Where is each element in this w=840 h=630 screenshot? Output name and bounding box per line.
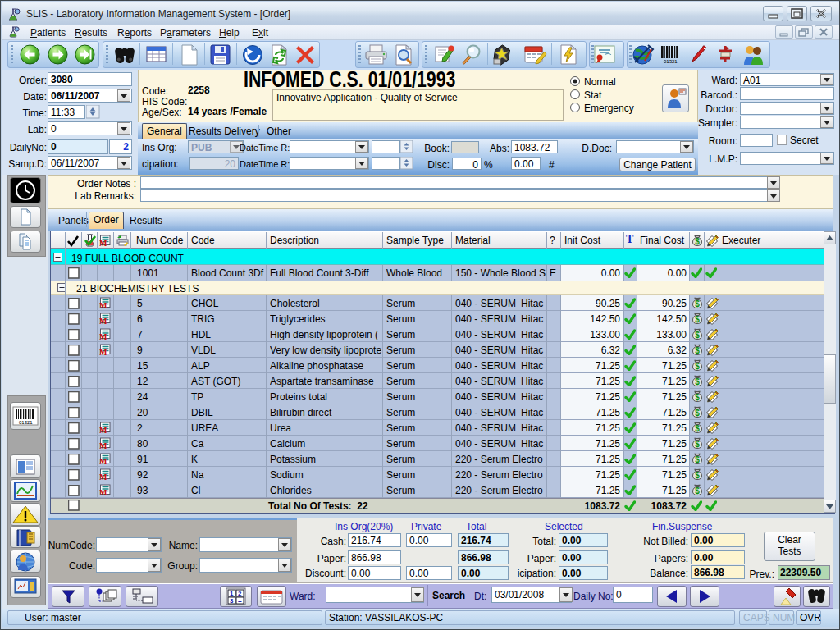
- svg-text:$: $: [695, 409, 700, 418]
- svg-text:M: M: [99, 239, 107, 247]
- svg-text:1: 1: [230, 590, 234, 597]
- svg-text:M: M: [99, 332, 107, 340]
- svg-text:$: $: [695, 237, 700, 246]
- svg-text:M: M: [99, 472, 107, 481]
- svg-text:$: $: [695, 440, 700, 449]
- svg-text:M: M: [99, 301, 107, 309]
- svg-text:$: $: [695, 424, 700, 433]
- svg-text:$: $: [695, 377, 700, 386]
- svg-text:M: M: [99, 426, 107, 434]
- svg-text:$: $: [695, 393, 700, 402]
- svg-text:M: M: [99, 457, 107, 465]
- svg-text:3: 3: [230, 597, 234, 605]
- svg-text:M: M: [99, 441, 107, 450]
- svg-text:$: $: [695, 471, 700, 480]
- svg-text:$: $: [695, 315, 700, 324]
- svg-text:$: $: [695, 331, 700, 340]
- svg-text:01321: 01321: [19, 420, 33, 425]
- svg-text:$: $: [695, 362, 700, 371]
- svg-text:$: $: [695, 299, 700, 308]
- svg-text:=: =: [238, 597, 242, 605]
- svg-text:2: 2: [238, 590, 242, 597]
- svg-text:01321: 01321: [664, 59, 678, 64]
- svg-text:$: $: [695, 455, 700, 464]
- svg-text:M: M: [99, 348, 107, 356]
- svg-text:M: M: [99, 488, 107, 496]
- svg-text:$: $: [695, 486, 700, 495]
- svg-text:$: $: [695, 346, 700, 355]
- svg-text:M: M: [99, 317, 107, 325]
